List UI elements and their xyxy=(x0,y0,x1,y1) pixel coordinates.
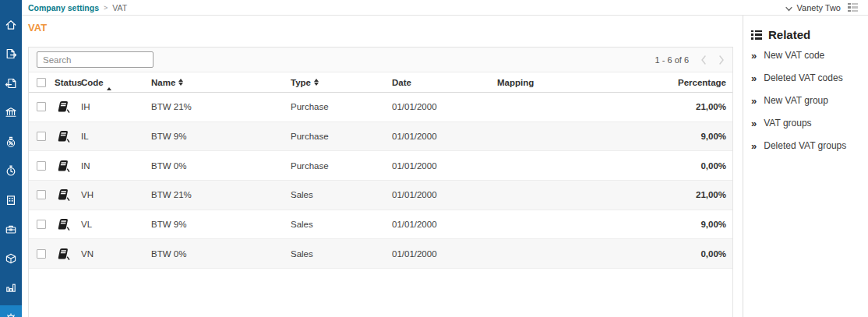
related-item[interactable]: »Deleted VAT codes xyxy=(751,73,860,83)
related-item[interactable]: »New VAT code xyxy=(751,51,860,61)
document-in-icon xyxy=(5,77,17,90)
money-bag-percent-icon xyxy=(5,136,17,148)
double-chevron-icon: » xyxy=(751,75,757,83)
cell-type: Purchase xyxy=(291,161,392,171)
cell-type: Purchase xyxy=(291,132,392,141)
table-header-row: StatusCodeNameTypeDateMappingPercentage xyxy=(29,72,732,93)
table-body: IHBTW 21%Purchase01/01/200021,00% ILBTW … xyxy=(29,93,732,269)
cell-percentage: 0,00% xyxy=(661,249,732,259)
select-all-header[interactable] xyxy=(29,78,55,87)
building-icon xyxy=(5,194,17,206)
sidebar-item-banking[interactable] xyxy=(0,98,22,128)
related-list-icon xyxy=(751,30,762,40)
cell-code: VL xyxy=(81,220,151,229)
row-select-cell xyxy=(29,190,55,199)
row-status-cell xyxy=(55,100,81,113)
related-item[interactable]: »VAT groups xyxy=(751,118,860,129)
related-item[interactable]: »Deleted VAT groups xyxy=(751,141,860,151)
row-checkbox[interactable] xyxy=(37,161,46,171)
bank-icon xyxy=(5,106,17,118)
breadcrumb-current: VAT xyxy=(112,3,127,12)
sidebar-item-assets[interactable] xyxy=(0,215,22,245)
sidebar-item-vat[interactable] xyxy=(0,127,22,157)
cell-date: 01/01/2000 xyxy=(392,102,497,111)
pagination: 1 - 6 of 6 xyxy=(655,55,725,65)
sort-ascending-icon xyxy=(107,78,111,87)
cell-percentage: 9,00% xyxy=(661,220,732,229)
sidebar-item-items[interactable] xyxy=(0,244,22,273)
sidebar-item-settings-active[interactable] xyxy=(0,305,22,317)
column-header-status: Status xyxy=(55,78,81,87)
ledger-book-icon xyxy=(56,248,81,260)
ledger-book-icon xyxy=(56,130,81,143)
related-item-label: New VAT group xyxy=(764,96,828,106)
row-checkbox[interactable] xyxy=(37,220,46,229)
breadcrumb-parent-link[interactable]: Company settings xyxy=(28,3,99,12)
cell-type: Sales xyxy=(291,249,392,259)
pagination-range: 1 - 6 of 6 xyxy=(655,55,689,65)
pagination-next-button[interactable] xyxy=(718,55,725,65)
related-panel: Related »New VAT code»Deleted VAT codes»… xyxy=(743,16,868,317)
related-title: Related xyxy=(768,28,810,41)
row-status-cell xyxy=(55,188,81,201)
sidebar-item-time[interactable] xyxy=(0,157,22,186)
column-header-type[interactable]: Type xyxy=(291,78,392,87)
cell-percentage: 21,00% xyxy=(661,102,732,111)
page-title: VAT xyxy=(28,22,47,33)
cell-name: BTW 9% xyxy=(151,132,291,141)
row-status-cell xyxy=(55,130,81,143)
list-menu-icon[interactable] xyxy=(848,3,858,12)
select-all-checkbox[interactable] xyxy=(37,78,46,87)
related-items: »New VAT code»Deleted VAT codes»New VAT … xyxy=(751,51,860,151)
row-checkbox[interactable] xyxy=(37,132,46,141)
table-row[interactable]: ILBTW 9%Purchase01/01/20009,00% xyxy=(29,122,732,152)
related-item[interactable]: »New VAT group xyxy=(751,96,860,106)
cell-date: 01/01/2000 xyxy=(392,132,497,141)
table-row[interactable]: VLBTW 9%Sales01/01/20009,00% xyxy=(29,210,732,240)
column-header-code[interactable]: Code xyxy=(81,78,151,87)
table-row[interactable]: IHBTW 21%Purchase01/01/200021,00% xyxy=(29,93,732,122)
cell-type: Purchase xyxy=(291,102,392,111)
settings-gear-icon xyxy=(5,305,17,317)
related-item-label: New VAT code xyxy=(764,51,824,61)
search-input[interactable] xyxy=(37,51,153,68)
table-row[interactable]: INBTW 0%Purchase01/01/20000,00% xyxy=(29,151,732,181)
topbar-right: Vanety Two xyxy=(785,1,858,15)
cell-percentage: 21,00% xyxy=(661,190,732,199)
row-checkbox[interactable] xyxy=(37,190,46,199)
cell-percentage: 0,00% xyxy=(661,161,732,171)
related-item-label: VAT groups xyxy=(764,118,811,129)
related-item-label: Deleted VAT groups xyxy=(764,141,846,151)
sidebar-item-home[interactable] xyxy=(0,10,22,40)
company-selector[interactable]: Vanety Two xyxy=(785,1,841,15)
cell-date: 01/01/2000 xyxy=(392,190,497,199)
pagination-prev-button[interactable] xyxy=(700,55,707,65)
related-header: Related xyxy=(751,28,860,41)
table-row[interactable]: VHBTW 21%Sales01/01/200021,00% xyxy=(29,181,732,210)
row-checkbox[interactable] xyxy=(37,102,46,111)
sidebar-item-sales[interactable] xyxy=(0,40,22,69)
cell-name: BTW 21% xyxy=(151,102,291,111)
main-content: VAT 1 - 6 of 6 StatusCodeNameTypeDateMap… xyxy=(22,16,743,317)
cell-name: BTW 21% xyxy=(151,190,291,199)
topbar: Company settings > VAT Vanety Two xyxy=(22,0,868,16)
chevron-down-icon xyxy=(785,1,792,15)
row-checkbox[interactable] xyxy=(37,249,46,259)
table-row[interactable]: VNBTW 0%Sales01/01/20000,00% xyxy=(29,239,732,269)
column-label: Type xyxy=(291,78,311,87)
sidebar-item-company[interactable] xyxy=(0,185,22,215)
column-header-name[interactable]: Name xyxy=(151,78,291,87)
sidebar xyxy=(0,0,22,317)
breadcrumb: Company settings > VAT xyxy=(28,3,127,12)
row-select-cell xyxy=(29,102,55,111)
row-status-cell xyxy=(55,218,81,231)
double-chevron-icon: » xyxy=(751,52,757,60)
bar-chart-icon xyxy=(5,281,17,294)
sidebar-item-reports[interactable] xyxy=(0,273,22,303)
column-header-date: Date xyxy=(392,78,497,87)
cell-type: Sales xyxy=(291,220,392,229)
sidebar-item-purchase[interactable] xyxy=(0,69,22,98)
column-label: Date xyxy=(392,78,411,87)
cell-code: IL xyxy=(81,132,151,141)
cell-type: Sales xyxy=(291,190,392,199)
